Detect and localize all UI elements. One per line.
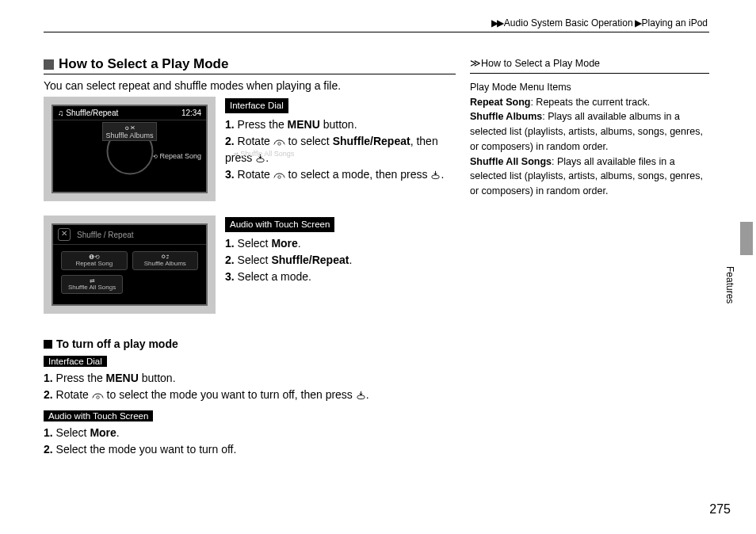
svg-point-5 — [357, 395, 365, 399]
screen2-cell: ⇄Shuffle All Songs — [61, 275, 123, 294]
breadcrumb-a: Audio System Basic Operation — [504, 17, 633, 29]
rotate-icon — [92, 390, 104, 400]
arrow-icon: ▶▶ — [491, 17, 502, 29]
screen1-top: ⭘✕Shuffle Albums — [102, 122, 158, 141]
arrow-icon: ▶ — [635, 17, 640, 29]
square-icon — [44, 59, 54, 70]
square-icon — [44, 340, 52, 349]
press-icon — [356, 390, 366, 400]
section-heading: How to Select a Play Mode — [44, 56, 456, 74]
tag-dial: Interface Dial — [225, 98, 288, 113]
svg-point-0 — [277, 143, 280, 145]
dbl-arrow-icon: ≫ — [470, 58, 479, 69]
intro-text: You can select repeat and shuffle modes … — [44, 79, 456, 92]
page-number: 275 — [709, 502, 731, 517]
side-p1: Repeat Song: Repeats the current track. — [470, 95, 709, 110]
rotate-icon — [273, 170, 285, 180]
svg-point-1 — [257, 158, 264, 162]
svg-point-2 — [277, 176, 280, 178]
side-column: ≫How to Select a Play Mode Play Mode Men… — [470, 56, 709, 458]
close-icon: ✕ — [58, 228, 71, 241]
touch-instructions: Audio with Touch Screen 1. Select More. … — [225, 216, 456, 314]
screenshot-touch: ✕ Shuffle / Repeat ❶⟲Repeat Song ⭘⇄Shuff… — [44, 216, 216, 314]
rotate-icon — [273, 136, 285, 147]
screenshot-dial: ♫ Shuffle/Repeat 12:34 ⭘✕Shuffle Albums … — [44, 97, 216, 201]
tag-touch: Audio with Touch Screen — [44, 410, 153, 421]
side-p3: Shuffle All Songs: Plays all available f… — [470, 154, 709, 199]
screen1-right: ⟲ Repeat Song — [153, 152, 201, 160]
svg-point-4 — [96, 396, 98, 399]
side-p2: Shuffle Albums: Plays all available albu… — [470, 109, 709, 154]
screen1-left: ⇄ Shuffle All Songs — [58, 150, 470, 158]
side-tab-label: Features — [724, 266, 735, 303]
breadcrumb-b: Playing an iPod — [642, 17, 708, 29]
tag-dial: Interface Dial — [44, 356, 107, 367]
side-p0: Play Mode Menu Items — [470, 80, 709, 95]
turn-off-section: To turn off a play mode Interface Dial 1… — [44, 338, 456, 458]
press-icon — [430, 170, 441, 180]
screen2-title: Shuffle / Repeat — [77, 231, 134, 239]
screen2-cell: ❶⟲Repeat Song — [61, 251, 128, 270]
sub-heading: To turn off a play mode — [56, 338, 178, 350]
main-column: How to Select a Play Mode You can select… — [44, 56, 456, 458]
divider — [44, 32, 709, 32]
screen2-cell: ⭘⇄Shuffle Albums — [132, 251, 199, 270]
tag-touch: Audio with Touch Screen — [225, 217, 334, 232]
screen1-clock: 12:34 — [181, 109, 201, 117]
screen1-title: ♫ Shuffle/Repeat — [58, 109, 118, 117]
svg-point-3 — [432, 175, 439, 179]
heading-text: How to Select a Play Mode — [59, 56, 228, 72]
breadcrumb: ▶▶Audio System Basic Operation▶Playing a… — [44, 17, 709, 29]
dial-instructions: Interface Dial 1. Press the MENU button.… — [225, 97, 456, 201]
side-tab — [740, 222, 753, 255]
side-heading: ≫How to Select a Play Mode — [470, 56, 709, 74]
